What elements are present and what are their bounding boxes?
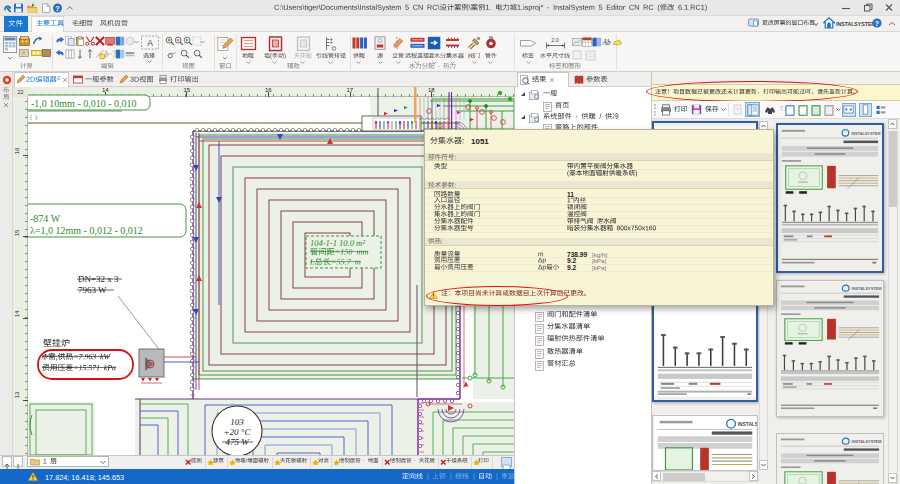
svg-text:-1,0 10mm - 0,010 - 0,010: -1,0 10mm - 0,010 - 0,010 <box>31 98 137 109</box>
svg-text:2.0: 2.0 <box>551 37 559 43</box>
svg-text:): ) <box>35 114 37 121</box>
svg-text:INSTALSYS: INSTALSYS <box>738 422 758 427</box>
svg-text:?: ? <box>55 5 59 12</box>
svg-text:103: 103 <box>230 417 244 427</box>
svg-text:Ab: Ab <box>602 39 611 47</box>
svg-text:INSTALSYSTEM: INSTALSYSTEM <box>852 287 882 291</box>
svg-text:(: ( <box>30 114 32 121</box>
svg-text:INSTALSYSTEM: INSTALSYSTEM <box>851 131 880 136</box>
svg-text:+20 °C: +20 °C <box>224 427 252 437</box>
svg-text:A: A <box>147 38 153 48</box>
svg-text:-874 W: -874 W <box>30 213 61 224</box>
svg-text:INSTALSYSTEM: INSTALSYSTEM <box>852 440 882 444</box>
svg-text:?: ? <box>875 20 879 27</box>
svg-text:λ=1,0 12mm - 0,012 - 0,012: λ=1,0 12mm - 0,012 - 0,012 <box>30 225 143 236</box>
svg-text:104-1-1 10.0 m²: 104-1-1 10.0 m² <box>310 238 365 248</box>
